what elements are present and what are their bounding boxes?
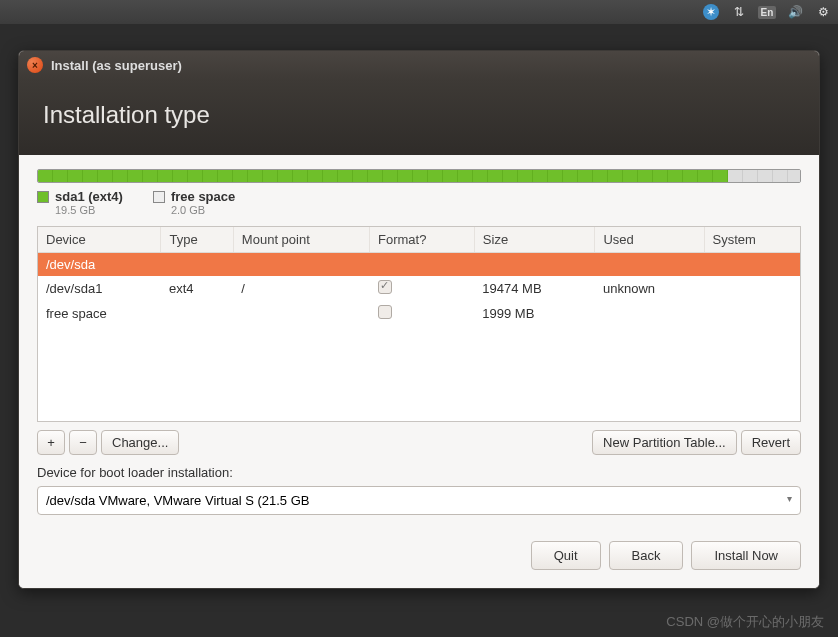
table-row[interactable]: /dev/sda1ext4/19474 MBunknown [38, 276, 800, 301]
install-now-button[interactable]: Install Now [691, 541, 801, 570]
partition-legend: sda1 (ext4)19.5 GBfree space2.0 GB [37, 189, 801, 216]
language-indicator[interactable]: En [758, 3, 776, 21]
partition-bar [37, 169, 801, 183]
legend-swatch [37, 191, 49, 203]
legend-size: 19.5 GB [55, 204, 123, 216]
column-header[interactable]: Type [161, 227, 233, 253]
legend-swatch [153, 191, 165, 203]
column-header[interactable]: Device [38, 227, 161, 253]
bootloader-label: Device for boot loader installation: [37, 465, 801, 480]
format-checkbox[interactable] [378, 305, 392, 319]
legend-size: 2.0 GB [171, 204, 235, 216]
add-button[interactable]: + [37, 430, 65, 455]
gear-icon[interactable]: ⚙ [814, 3, 832, 21]
column-header[interactable]: System [704, 227, 800, 253]
table-row[interactable]: free space1999 MB [38, 301, 800, 326]
window-title: Install (as superuser) [51, 58, 182, 73]
remove-button[interactable]: − [69, 430, 97, 455]
table-row[interactable]: /dev/sda [38, 253, 800, 277]
titlebar[interactable]: × Install (as superuser) [19, 51, 819, 79]
column-header[interactable]: Mount point [233, 227, 369, 253]
watermark: CSDN @做个开心的小朋友 [666, 613, 824, 631]
installer-window: × Install (as superuser) Installation ty… [18, 50, 820, 589]
change-button[interactable]: Change... [101, 430, 179, 455]
legend-item: free space2.0 GB [153, 189, 235, 216]
quit-button[interactable]: Quit [531, 541, 601, 570]
new-partition-table-button[interactable]: New Partition Table... [592, 430, 737, 455]
network-icon[interactable]: ⇅ [730, 3, 748, 21]
column-header[interactable]: Size [474, 227, 595, 253]
bootloader-select[interactable]: /dev/sda VMware, VMware Virtual S (21.5 … [37, 486, 801, 515]
legend-label: free space [171, 189, 235, 204]
legend-item: sda1 (ext4)19.5 GB [37, 189, 123, 216]
column-header[interactable]: Format? [370, 227, 475, 253]
page-title: Installation type [43, 101, 795, 129]
revert-button[interactable]: Revert [741, 430, 801, 455]
page-header: Installation type [19, 79, 819, 155]
menubar: ✶ ⇅ En 🔊 ⚙ [0, 0, 838, 24]
back-button[interactable]: Back [609, 541, 684, 570]
partition-table[interactable]: DeviceTypeMount pointFormat?SizeUsedSyst… [37, 226, 801, 422]
format-checkbox[interactable] [378, 280, 392, 294]
accessibility-icon[interactable]: ✶ [702, 3, 720, 21]
column-header[interactable]: Used [595, 227, 704, 253]
sound-icon[interactable]: 🔊 [786, 3, 804, 21]
close-icon[interactable]: × [27, 57, 43, 73]
legend-label: sda1 (ext4) [55, 189, 123, 204]
